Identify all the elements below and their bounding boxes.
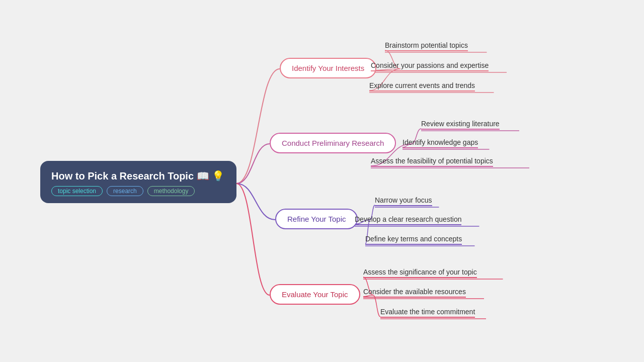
branch-b2: Conduct Preliminary Research <box>270 133 396 153</box>
tag-topic-selection: topic selection <box>51 186 103 196</box>
leaf-b1-0: Brainstorm potential topics <box>385 41 468 51</box>
branch-b1: Identify Your Interests <box>280 58 376 78</box>
leaf-b3-1: Develop a clear research question <box>355 215 461 225</box>
root-title: How to Pick a Research Topic 📖 💡 <box>51 170 225 182</box>
leaf-b2-1: Identify knowledge gaps <box>403 138 478 148</box>
tag-methodology: methodology <box>147 186 195 196</box>
leaf-b2-2: Assess the feasibility of potential topi… <box>371 157 493 167</box>
root-node: How to Pick a Research Topic 📖 💡 topic s… <box>40 161 236 203</box>
leaf-b2-0: Review existing literature <box>421 120 500 130</box>
leaf-b4-2: Evaluate the time commitment <box>380 308 475 318</box>
tag-research: research <box>107 186 143 196</box>
branch-b4: Evaluate Your Topic <box>270 284 360 305</box>
leaf-b4-1: Consider the available resources <box>363 288 466 298</box>
leaf-b3-2: Define key terms and concepts <box>365 235 462 245</box>
root-tags: topic selection research methodology <box>51 186 225 196</box>
leaf-b1-1: Consider your passions and expertise <box>371 61 489 71</box>
leaf-b1-2: Explore current events and trends <box>369 81 475 92</box>
leaf-b3-0: Narrow your focus <box>375 196 432 206</box>
branch-b3: Refine Your Topic <box>275 209 358 229</box>
leaf-b4-0: Assess the significance of your topic <box>363 268 477 278</box>
